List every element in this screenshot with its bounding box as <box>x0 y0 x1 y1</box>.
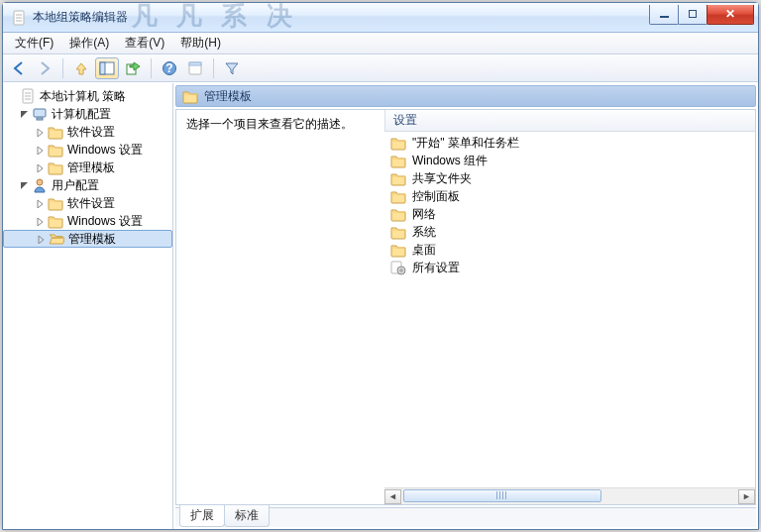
description-column: 选择一个项目来查看它的描述。 <box>176 110 384 487</box>
user-icon <box>32 177 48 193</box>
folder-icon <box>390 224 406 240</box>
tree-software-settings[interactable]: 软件设置 <box>3 194 172 212</box>
titlebar[interactable]: 凡 凡 系 决 本地组策略编辑器 ✕ <box>3 3 758 33</box>
folder-icon <box>390 170 406 186</box>
list-item-label: 共享文件夹 <box>412 170 472 187</box>
tree-software-settings[interactable]: 软件设置 <box>3 123 172 141</box>
folder-icon <box>48 213 63 229</box>
settings-list-icon <box>390 260 406 275</box>
tree-label: 用户配置 <box>52 177 99 194</box>
menu-help[interactable]: 帮助(H) <box>172 33 229 53</box>
expander-closed-icon[interactable] <box>35 162 46 173</box>
list-item[interactable]: Windows 组件 <box>384 152 755 169</box>
list-item[interactable]: 桌面 <box>384 241 755 259</box>
tree-pane: 本地计算机 策略 计算机配置 软件设置 Windows 设置 管理模板 <box>3 83 173 529</box>
expander-open-icon[interactable] <box>19 109 30 120</box>
tree-user-config[interactable]: 用户配置 <box>3 176 172 194</box>
folder-icon <box>182 88 198 104</box>
folder-open-icon <box>49 231 64 247</box>
folder-icon <box>390 242 406 258</box>
folder-icon <box>390 206 406 222</box>
toolbar-separator <box>151 58 152 78</box>
tree-label: 计算机配置 <box>52 106 111 123</box>
expander-closed-icon[interactable] <box>35 216 46 227</box>
description-text: 选择一个项目来查看它的描述。 <box>186 116 375 133</box>
expander-closed-icon[interactable] <box>35 145 46 156</box>
list-item-label: 控制面板 <box>412 188 460 205</box>
expander-icon[interactable] <box>7 91 18 102</box>
list-item-label: 桌面 <box>412 242 436 259</box>
details-header: 管理模板 <box>175 85 756 107</box>
column-header-settings[interactable]: 设置 <box>384 110 755 132</box>
tree-label: 管理模板 <box>67 160 115 176</box>
tree-windows-settings[interactable]: Windows 设置 <box>3 141 172 159</box>
details-title: 管理模板 <box>204 88 252 105</box>
list-item-label: Windows 组件 <box>412 153 488 169</box>
list-item[interactable]: 系统 <box>384 223 755 241</box>
scroll-left-button[interactable]: ◄ <box>384 489 401 504</box>
view-tabs: 扩展 标准 <box>175 507 756 527</box>
tree-root[interactable]: 本地计算机 策略 <box>3 87 172 105</box>
tab-extended[interactable]: 扩展 <box>179 505 225 527</box>
menubar: 文件(F) 操作(A) 查看(V) 帮助(H) <box>3 33 758 54</box>
tree-computer-config[interactable]: 计算机配置 <box>3 105 172 123</box>
close-button[interactable]: ✕ <box>707 5 754 25</box>
expander-closed-icon[interactable] <box>36 234 47 245</box>
window-title: 本地组策略编辑器 <box>33 9 128 26</box>
list-item-label: "开始" 菜单和任务栏 <box>412 135 519 152</box>
help-button[interactable] <box>158 57 181 79</box>
tree-label: 软件设置 <box>67 124 115 141</box>
menu-action[interactable]: 操作(A) <box>61 33 117 53</box>
tab-standard[interactable]: 标准 <box>224 505 270 527</box>
properties-button[interactable] <box>183 57 207 79</box>
app-window: 凡 凡 系 决 本地组策略编辑器 ✕ 文件(F) 操作(A) 查看(V) 帮助(… <box>2 2 759 530</box>
tree-windows-settings[interactable]: Windows 设置 <box>3 212 172 230</box>
show-tree-button[interactable] <box>95 57 119 79</box>
forward-button[interactable] <box>33 57 56 79</box>
scroll-right-button[interactable]: ► <box>738 489 755 504</box>
back-button[interactable] <box>7 57 31 79</box>
tree-admin-templates[interactable]: 管理模板 <box>3 159 172 176</box>
menu-view[interactable]: 查看(V) <box>117 33 172 53</box>
list-item-label: 系统 <box>412 224 436 241</box>
export-button[interactable] <box>121 57 145 79</box>
settings-list: "开始" 菜单和任务栏Windows 组件共享文件夹控制面板网络系统桌面所有设置 <box>384 132 755 487</box>
toolbar-separator <box>213 58 214 78</box>
list-item[interactable]: 网络 <box>384 205 755 223</box>
menu-file[interactable]: 文件(F) <box>7 33 61 53</box>
doc-icon <box>20 88 36 104</box>
scroll-track[interactable] <box>401 489 738 504</box>
tree-label: 管理模板 <box>68 231 116 248</box>
toolbar-separator <box>62 58 63 78</box>
list-column: 设置 "开始" 菜单和任务栏Windows 组件共享文件夹控制面板网络系统桌面所… <box>384 110 755 487</box>
folder-icon <box>390 153 406 168</box>
list-item-label: 所有设置 <box>412 260 460 276</box>
filter-button[interactable] <box>220 57 244 79</box>
list-item-label: 网络 <box>412 206 436 223</box>
horizontal-scrollbar[interactable]: ◄ ► <box>384 487 755 504</box>
content-body: 选择一个项目来查看它的描述。 设置 "开始" 菜单和任务栏Windows 组件共… <box>176 110 755 487</box>
folder-icon <box>390 135 406 151</box>
tree-admin-templates-selected[interactable]: 管理模板 <box>3 230 172 248</box>
folder-icon <box>48 160 63 175</box>
tree-label: Windows 设置 <box>67 142 143 159</box>
tree-label: Windows 设置 <box>67 213 143 230</box>
list-item[interactable]: 共享文件夹 <box>384 169 755 187</box>
toolbar <box>3 54 758 82</box>
tree-label: 软件设置 <box>67 195 115 212</box>
list-item[interactable]: 控制面板 <box>384 187 755 205</box>
folder-icon <box>48 124 63 140</box>
list-item[interactable]: 所有设置 <box>384 259 755 276</box>
minimize-button[interactable] <box>649 5 679 25</box>
expander-closed-icon[interactable] <box>35 127 46 138</box>
up-button[interactable] <box>69 57 93 79</box>
list-item[interactable]: "开始" 菜单和任务栏 <box>384 134 755 152</box>
folder-icon <box>48 142 63 158</box>
computer-icon <box>32 106 48 122</box>
expander-open-icon[interactable] <box>19 180 30 191</box>
folder-icon <box>390 188 406 204</box>
app-icon <box>11 10 27 26</box>
scroll-thumb[interactable] <box>403 489 601 502</box>
maximize-button[interactable] <box>678 5 707 25</box>
expander-closed-icon[interactable] <box>35 198 46 209</box>
